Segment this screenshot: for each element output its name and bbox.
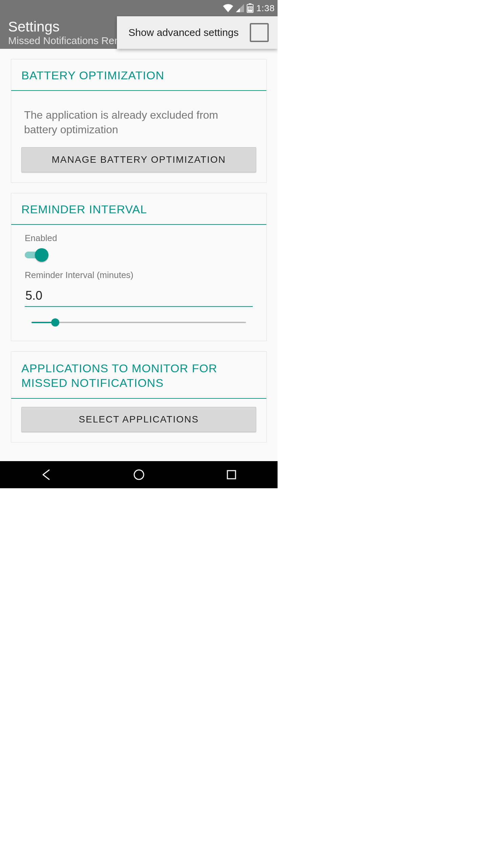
section-title-battery: BATTERY OPTIMIZATION bbox=[11, 59, 266, 91]
card-reminder-interval: REMINDER INTERVAL Enabled Reminder Inter… bbox=[11, 193, 267, 341]
reminder-interval-label: Reminder Interval (minutes) bbox=[25, 270, 253, 280]
manage-battery-button[interactable]: MANAGE BATTERY OPTIMIZATION bbox=[21, 147, 256, 172]
home-button[interactable] bbox=[131, 467, 147, 483]
card-applications: APPLICATIONS TO MONITOR FOR MISSED NOTIF… bbox=[11, 351, 267, 442]
battery-description: The application is already excluded from… bbox=[24, 108, 253, 137]
reminder-interval-slider[interactable] bbox=[32, 316, 246, 329]
manage-battery-button-label: MANAGE BATTERY OPTIMIZATION bbox=[52, 154, 226, 165]
svg-point-3 bbox=[134, 470, 144, 479]
show-advanced-settings-checkbox[interactable] bbox=[250, 23, 269, 42]
svg-rect-4 bbox=[227, 471, 236, 479]
show-advanced-settings-label: Show advanced settings bbox=[128, 27, 239, 38]
overflow-menu: Show advanced settings bbox=[117, 16, 278, 49]
status-bar: 80 1:38 bbox=[0, 0, 278, 16]
wifi-icon bbox=[223, 4, 233, 12]
navigation-bar bbox=[0, 461, 278, 488]
battery-icon: 80 bbox=[247, 3, 253, 13]
recents-button[interactable] bbox=[223, 467, 240, 483]
clock-text: 1:38 bbox=[256, 3, 275, 14]
section-title-applications: APPLICATIONS TO MONITOR FOR MISSED NOTIF… bbox=[11, 352, 266, 399]
cell-signal-icon bbox=[236, 4, 244, 12]
battery-level-text: 80 bbox=[247, 7, 253, 11]
device-frame: 80 1:38 Settings Missed Notifications Re… bbox=[0, 0, 278, 488]
enabled-label: Enabled bbox=[25, 233, 253, 243]
select-applications-button[interactable]: SELECT APPLICATIONS bbox=[21, 407, 256, 432]
select-applications-button-label: SELECT APPLICATIONS bbox=[79, 414, 199, 425]
content-area: BATTERY OPTIMIZATION The application is … bbox=[0, 49, 278, 461]
back-button[interactable] bbox=[38, 467, 55, 483]
enabled-switch[interactable] bbox=[25, 248, 49, 262]
reminder-interval-input[interactable]: 5.0 bbox=[25, 284, 253, 307]
card-battery-optimization: BATTERY OPTIMIZATION The application is … bbox=[11, 59, 267, 183]
section-title-reminder: REMINDER INTERVAL bbox=[11, 193, 266, 225]
